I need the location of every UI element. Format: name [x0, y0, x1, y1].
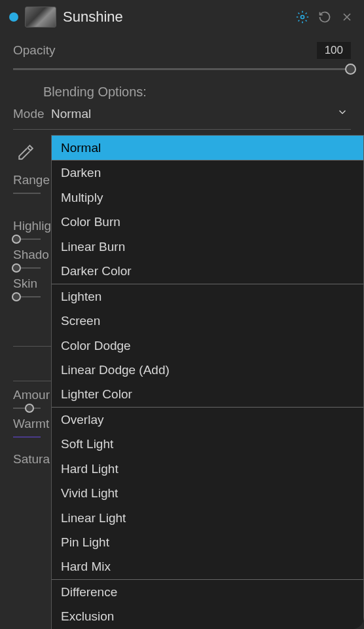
blend-mode-option[interactable]: Linear Burn — [52, 235, 363, 259]
blend-mode-option[interactable]: Darken — [52, 161, 363, 185]
blend-mode-option[interactable]: Hard Light — [52, 457, 363, 481]
opacity-slider-knob[interactable] — [345, 64, 356, 75]
panel-header: Sunshine — [0, 0, 364, 34]
gear-icon[interactable] — [296, 10, 309, 24]
mode-selected-value: Normal — [51, 107, 91, 121]
blend-mode-option[interactable]: Vivid Light — [52, 481, 363, 505]
blending-heading: Blending Options: — [0, 79, 364, 102]
blend-mode-option[interactable]: Color Dodge — [52, 334, 363, 358]
undo-icon[interactable] — [318, 10, 331, 24]
blend-mode-option[interactable]: Linear Dodge (Add) — [52, 358, 363, 382]
amount-slider[interactable] — [13, 408, 41, 409]
shadows-knob[interactable] — [12, 263, 21, 273]
skin-slider[interactable] — [13, 296, 41, 297]
highlights-slider[interactable] — [13, 238, 41, 240]
range-slider[interactable] — [13, 193, 41, 194]
highlights-knob[interactable] — [12, 235, 21, 244]
blend-mode-option[interactable]: Lighter Color — [52, 382, 363, 406]
mode-select[interactable]: Normal — [51, 106, 351, 121]
panel-title: Sunshine — [63, 9, 289, 26]
blend-mode-option[interactable]: Lighten — [52, 284, 363, 309]
blend-mode-option[interactable]: Linear Light — [52, 506, 363, 530]
opacity-label: Opacity — [13, 43, 317, 58]
opacity-value[interactable]: 100 — [317, 42, 351, 59]
mode-label: Mode — [13, 107, 51, 121]
blend-mode-option[interactable]: Screen — [52, 309, 363, 333]
warmth-slider[interactable] — [13, 436, 41, 438]
enable-toggle-dot[interactable] — [9, 12, 18, 22]
shadows-slider[interactable] — [13, 267, 41, 269]
blend-mode-option[interactable]: Hard Mix — [52, 554, 363, 579]
opacity-slider[interactable] — [13, 68, 351, 70]
blend-mode-option[interactable]: Darker Color — [52, 259, 363, 283]
blend-mode-option[interactable]: Difference — [52, 580, 363, 604]
blend-mode-option[interactable]: Multiply — [52, 185, 363, 210]
blend-mode-option[interactable]: Exclusion — [52, 604, 363, 628]
close-icon[interactable] — [340, 10, 354, 24]
blend-mode-option[interactable]: Soft Light — [52, 432, 363, 456]
blend-mode-option[interactable]: Color Burn — [52, 210, 363, 234]
skin-knob[interactable] — [12, 292, 21, 301]
blend-mode-option[interactable]: Normal — [52, 136, 363, 160]
opacity-row: Opacity 100 — [0, 34, 364, 63]
divider — [13, 129, 351, 130]
chevron-down-icon — [337, 106, 348, 121]
effect-thumbnail[interactable] — [25, 7, 56, 28]
mode-row: Mode Normal — [0, 102, 364, 125]
amount-knob[interactable] — [25, 404, 34, 413]
blend-mode-dropdown[interactable]: NormalDarkenMultiplyColor BurnLinear Bur… — [51, 135, 364, 629]
blend-mode-option[interactable]: Pin Light — [52, 530, 363, 554]
eyedropper-icon[interactable] — [17, 152, 34, 163]
svg-point-0 — [301, 16, 304, 19]
blend-mode-option[interactable]: Overlay — [52, 408, 363, 432]
